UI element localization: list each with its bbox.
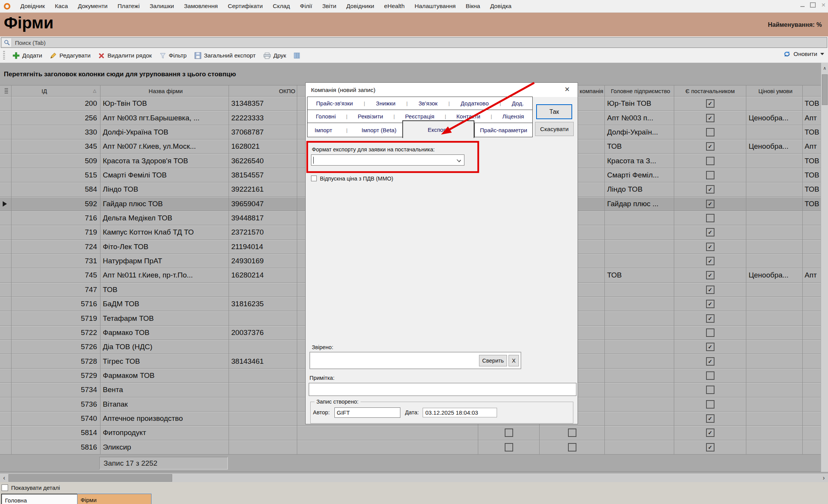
refresh-button[interactable]: Оновити xyxy=(783,50,817,58)
scroll-left-icon[interactable]: ‹ xyxy=(0,473,8,483)
hidden-checkbox[interactable] xyxy=(505,428,513,437)
delete-row-button[interactable]: Видалити рядок xyxy=(98,52,152,59)
menu-item[interactable]: Налаштування xyxy=(415,3,456,10)
vertical-scroll-thumb[interactable] xyxy=(822,74,828,105)
menu-item[interactable]: Звіти xyxy=(322,3,336,10)
columns-icon[interactable] xyxy=(294,53,300,59)
header-id[interactable]: ІД△ xyxy=(12,85,100,96)
menu-item[interactable]: Платежі xyxy=(117,3,140,10)
refresh-dropdown-icon[interactable] xyxy=(820,53,824,55)
menu-item[interactable]: Замовлення xyxy=(184,3,218,10)
supplier-checkbox[interactable]: ✓ xyxy=(706,142,714,151)
dialog-tab[interactable]: Реквізити xyxy=(358,113,383,120)
hidden-checkbox[interactable] xyxy=(505,443,513,451)
tab-firms[interactable]: Фірми xyxy=(77,494,151,504)
edit-button[interactable]: Редагувати xyxy=(50,52,91,59)
scroll-up-icon[interactable]: ∧ xyxy=(821,64,828,72)
supplier-checkbox[interactable] xyxy=(706,328,714,337)
supplier-checkbox[interactable]: ✓ xyxy=(706,257,714,265)
company-checkbox[interactable] xyxy=(568,428,576,437)
add-button[interactable]: Додати xyxy=(13,52,42,59)
grid-options-icon[interactable] xyxy=(5,88,8,94)
chevron-down-icon[interactable] xyxy=(457,158,461,162)
menu-item[interactable]: eHealth xyxy=(384,3,405,10)
menu-item[interactable]: Довідка xyxy=(490,3,512,10)
supplier-checkbox[interactable]: ✓ xyxy=(706,99,714,108)
supplier-checkbox[interactable]: ✓ xyxy=(706,314,714,323)
dialog-tab[interactable]: Імпорт (Beta) xyxy=(362,127,397,133)
supplier-checkbox[interactable] xyxy=(706,214,714,222)
supplier-checkbox[interactable]: ✓ xyxy=(706,200,714,208)
menu-item[interactable]: Вікна xyxy=(466,3,480,10)
supplier-checkbox[interactable]: ✓ xyxy=(706,300,714,308)
supplier-checkbox[interactable]: ✓ xyxy=(706,228,714,236)
supplier-checkbox[interactable]: ✓ xyxy=(706,185,714,194)
menu-item[interactable]: Довідники xyxy=(346,3,374,10)
supplier-checkbox[interactable]: ✓ xyxy=(706,114,714,122)
dialog-tab[interactable]: Прайс-параметри xyxy=(480,127,527,133)
zvireno-field[interactable]: Сверить X xyxy=(309,352,521,369)
tab-export-selected[interactable]: Експорт xyxy=(402,120,474,138)
filter-button[interactable]: Фільтр xyxy=(160,52,187,59)
dialog-tab[interactable]: Головні xyxy=(316,113,336,120)
header-terms[interactable]: Цінові умови xyxy=(746,85,803,96)
supplier-checkbox[interactable] xyxy=(706,157,714,165)
dialog-tab[interactable]: Ліцензія xyxy=(502,113,524,120)
supplier-checkbox[interactable] xyxy=(706,386,714,394)
author-input[interactable]: GIFT xyxy=(334,407,400,418)
close-icon[interactable]: ✕ xyxy=(821,2,826,8)
header-parent[interactable]: Головне підприємство xyxy=(605,85,674,96)
toolbar-grip[interactable] xyxy=(3,51,5,60)
dialog-tab[interactable]: Зв'язок xyxy=(418,100,438,107)
vat-checkbox[interactable] xyxy=(311,176,317,181)
restore-icon[interactable] xyxy=(810,2,816,8)
supplier-checkbox[interactable]: ✓ xyxy=(706,357,714,366)
supplier-checkbox[interactable]: ✓ xyxy=(706,343,714,351)
supplier-checkbox[interactable]: ✓ xyxy=(706,414,714,423)
company-checkbox[interactable] xyxy=(568,443,576,451)
dialog-tab[interactable]: Реєстрація xyxy=(405,113,434,120)
dialog-tab[interactable]: Прайс-зв'язки xyxy=(316,100,353,107)
dialog-tab[interactable]: Знижки xyxy=(376,100,395,107)
dialog-close-icon[interactable]: ✕ xyxy=(565,85,570,94)
menu-item[interactable]: Філії xyxy=(300,3,312,10)
dialog-tab[interactable]: Додатково xyxy=(461,100,489,107)
export-format-combobox[interactable] xyxy=(311,154,464,166)
menu-item[interactable]: Каса xyxy=(55,3,68,10)
menu-item[interactable]: Сертифікати xyxy=(228,3,263,10)
ok-button[interactable]: Так xyxy=(536,104,572,119)
supplier-checkbox[interactable]: ✓ xyxy=(706,428,714,437)
tab-home[interactable]: Головна xyxy=(1,494,79,504)
header-name[interactable]: Назва фірми xyxy=(100,85,229,96)
vertical-scrollbar[interactable]: ∧ xyxy=(821,63,828,472)
scroll-right-icon[interactable]: › xyxy=(820,473,828,483)
supplier-checkbox[interactable] xyxy=(706,400,714,409)
supplier-checkbox[interactable]: ✓ xyxy=(706,286,714,294)
search-input[interactable]: Поиск (Tab) xyxy=(1,37,827,48)
minimize-icon[interactable] xyxy=(800,6,805,7)
print-button[interactable]: Друк xyxy=(263,52,286,59)
header-supplier[interactable]: Є постачальником xyxy=(674,85,746,96)
cancel-button[interactable]: Скасувати xyxy=(535,122,574,136)
clear-verify-button[interactable]: X xyxy=(509,355,519,366)
show-details-checkbox[interactable] xyxy=(2,484,8,491)
horizontal-scrollbar[interactable]: ‹ › xyxy=(0,473,828,482)
supplier-checkbox[interactable]: ✓ xyxy=(706,271,714,279)
supplier-checkbox[interactable] xyxy=(706,371,714,380)
supplier-checkbox[interactable]: ✓ xyxy=(706,443,714,451)
verify-button[interactable]: Сверить xyxy=(479,355,507,366)
menu-item[interactable]: Документи xyxy=(78,3,107,10)
horizontal-scroll-thumb[interactable] xyxy=(8,474,172,482)
header-type[interactable] xyxy=(803,85,821,96)
dialog-tab[interactable]: Дод. xyxy=(512,100,523,107)
menu-item[interactable]: Залишки xyxy=(150,3,174,10)
supplier-checkbox[interactable] xyxy=(706,171,714,179)
dialog-tab[interactable]: Контакти xyxy=(456,113,480,120)
note-input[interactable] xyxy=(309,383,576,396)
menu-item[interactable]: Склад xyxy=(273,3,290,10)
export-button[interactable]: Загальний експорт xyxy=(194,52,256,59)
supplier-checkbox[interactable] xyxy=(706,128,714,136)
supplier-checkbox[interactable]: ✓ xyxy=(706,243,714,251)
table-row[interactable]: 5816Эликсир✓ xyxy=(0,440,821,455)
dialog-tab[interactable]: Імпорт xyxy=(314,127,332,133)
